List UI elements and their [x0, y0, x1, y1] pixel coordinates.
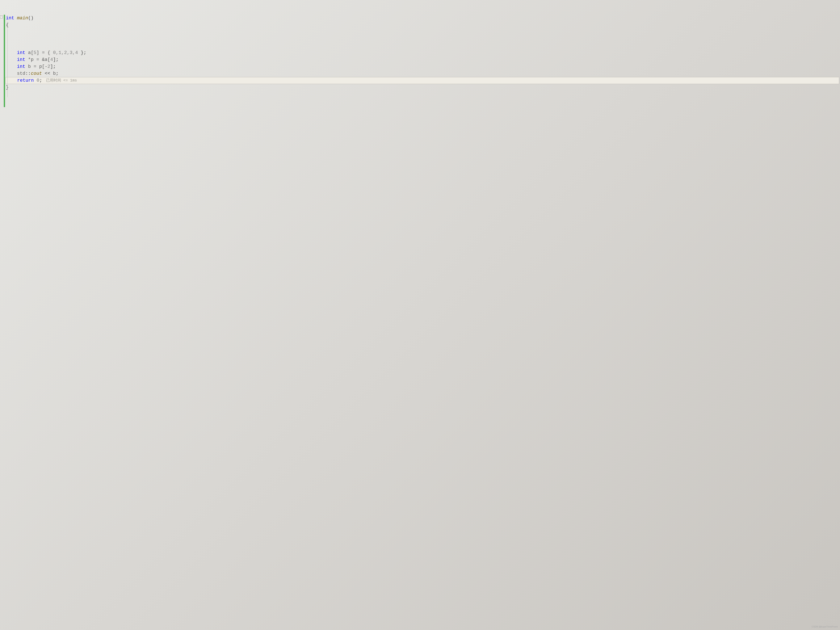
- change-marker: [4, 15, 5, 107]
- code-editor[interactable]: − int main() { int a[5] = { 0,1,2,3,4 };…: [0, 0, 840, 91]
- namespace: std: [17, 70, 25, 77]
- code-line[interactable]: [6, 28, 840, 35]
- identifier: *p = &a[: [25, 56, 50, 63]
- code-line[interactable]: }: [6, 84, 840, 91]
- identifier: b = p[-: [25, 63, 47, 70]
- watermark: CSDN @kupeThinkPoem: [812, 625, 838, 628]
- identifier: a[: [25, 49, 33, 56]
- gutter: −: [0, 15, 3, 18]
- identifier: b: [53, 70, 56, 77]
- code-line[interactable]: {: [6, 22, 840, 28]
- code-line[interactable]: std::cout << b;: [6, 70, 840, 77]
- keyword: return: [17, 77, 34, 84]
- code-line[interactable]: [6, 35, 840, 43]
- indent-guide: [7, 22, 8, 97]
- parens: (): [28, 15, 33, 22]
- function-name: main: [17, 15, 28, 22]
- code-line[interactable]: [6, 43, 840, 49]
- current-line[interactable]: return 0;已用时间 <= 1ms: [5, 77, 839, 84]
- codelens-hint: 已用时间 <= 1ms: [46, 78, 77, 84]
- keyword: int: [6, 15, 14, 22]
- number-list: 0,1,2,3,4: [53, 49, 78, 56]
- code-area[interactable]: int main() { int a[5] = { 0,1,2,3,4 }; i…: [6, 15, 840, 91]
- number: 5: [33, 49, 36, 56]
- stream: cout: [31, 70, 42, 77]
- code-line[interactable]: int a[5] = { 0,1,2,3,4 };: [6, 49, 840, 56]
- keyword: int: [17, 56, 25, 63]
- keyword: int: [17, 49, 25, 56]
- fold-icon[interactable]: −: [0, 16, 3, 18]
- code-line[interactable]: int main(): [6, 15, 840, 22]
- code-line[interactable]: int *p = &a[4];: [6, 56, 840, 63]
- number: 0: [36, 77, 39, 84]
- code-line[interactable]: int b = p[-2];: [6, 63, 840, 70]
- operator: <<: [42, 70, 53, 77]
- number: 4: [50, 56, 53, 63]
- number: 2: [47, 63, 50, 70]
- keyword: int: [17, 63, 25, 70]
